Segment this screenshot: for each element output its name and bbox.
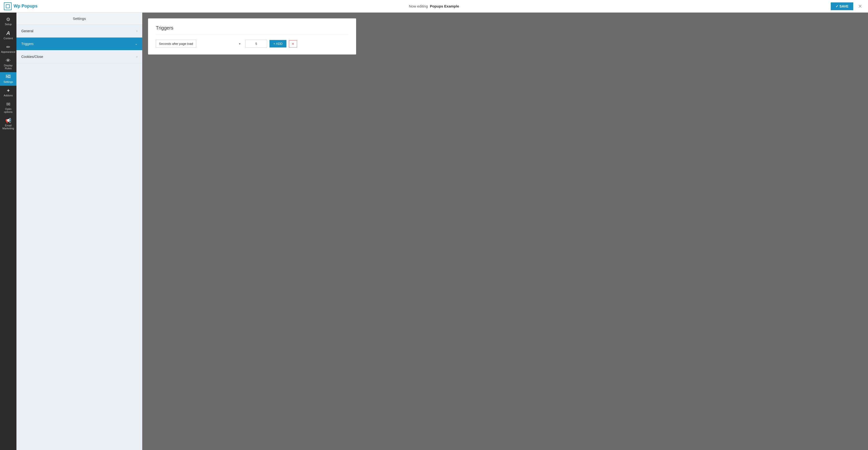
editing-prefix: Now editing xyxy=(409,4,428,8)
svg-rect-3 xyxy=(7,75,8,76)
sidebar-label-content: Content xyxy=(4,37,13,40)
appearance-icon: ✏ xyxy=(6,45,10,49)
sidebar-item-setup[interactable]: ⚙ Setup xyxy=(0,15,17,28)
close-button[interactable]: ✕ xyxy=(856,2,864,10)
logo: Wp Popups xyxy=(4,2,37,10)
trigger-type-select[interactable]: Seconds after page load On page load On … xyxy=(156,40,196,48)
sub-nav-item-triggers[interactable]: Triggers ⌄ xyxy=(17,37,142,50)
top-bar: Wp Popups Now editing Popups Example ✓ S… xyxy=(0,0,868,12)
optin-icon: ✉ xyxy=(6,102,10,107)
logo-icon-inner xyxy=(6,4,10,8)
logo-text: Wp Popups xyxy=(13,4,37,9)
logo-icon xyxy=(4,2,11,10)
sidebar-item-display-rules[interactable]: 👁 Display Rules xyxy=(0,56,17,72)
trigger-select-wrap: Seconds after page load On page load On … xyxy=(156,40,243,48)
sub-nav-label-general: General xyxy=(21,29,33,33)
sidebar-item-appearance[interactable]: ✏ Appearance xyxy=(0,42,17,56)
sub-nav-label-triggers: Triggers xyxy=(21,42,34,46)
svg-rect-1 xyxy=(6,76,11,77)
sidebar-label-display-rules: Display Rules xyxy=(1,64,15,70)
remove-trigger-button[interactable]: ✕ xyxy=(289,40,297,48)
top-bar-actions: ✓ SAVE ✕ xyxy=(831,2,864,10)
sidebar-label-optin: Optin options xyxy=(1,108,15,113)
gear-icon: ⚙ xyxy=(6,17,10,22)
sub-nav-header: Settings xyxy=(17,12,142,25)
logo-wp: Wp xyxy=(13,4,20,8)
sidebar-label-email-marketing: Email Marketing xyxy=(1,124,15,130)
sub-nav-item-cookies-close[interactable]: Cookies/Close › xyxy=(17,50,142,63)
popup-name: Popups Example xyxy=(430,4,459,8)
sidebar: ⚙ Setup A Content ✏ Appearance 👁 Display… xyxy=(0,12,17,450)
sidebar-label-setup: Setup xyxy=(5,23,12,26)
svg-rect-5 xyxy=(6,78,7,79)
sub-nav-item-general[interactable]: General › xyxy=(17,25,142,37)
triggers-card: Triggers Seconds after page load On page… xyxy=(148,19,356,55)
sub-nav: Settings General › Triggers ⌄ Cookies/Cl… xyxy=(17,12,142,450)
main-content: Triggers Seconds after page load On page… xyxy=(142,12,868,450)
svg-rect-0 xyxy=(6,75,11,76)
sidebar-label-appearance: Appearance xyxy=(1,50,15,53)
sub-nav-label-cookies-close: Cookies/Close xyxy=(21,55,43,59)
email-marketing-icon: 📢 xyxy=(5,118,11,123)
logo-popups: Popups xyxy=(22,4,37,8)
chevron-right-icon-2: › xyxy=(136,55,137,58)
trigger-row: Seconds after page load On page load On … xyxy=(156,40,348,48)
sidebar-item-settings[interactable]: Settings xyxy=(0,72,17,86)
editing-label: Now editing Popups Example xyxy=(409,4,459,8)
chevron-right-icon: › xyxy=(136,29,137,33)
sidebar-label-addons: Addons xyxy=(4,94,12,97)
main-layout: ⚙ Setup A Content ✏ Appearance 👁 Display… xyxy=(0,12,868,450)
display-rules-icon: 👁 xyxy=(6,58,11,63)
chevron-down-icon: ⌄ xyxy=(135,42,137,46)
content-icon: A xyxy=(6,30,10,36)
settings-icon xyxy=(6,75,11,79)
addons-icon: ✦ xyxy=(6,88,10,93)
sidebar-item-addons[interactable]: ✦ Addons xyxy=(0,86,17,99)
sidebar-item-email-marketing[interactable]: 📢 Email Marketing xyxy=(0,116,17,132)
trigger-value-input[interactable] xyxy=(245,40,267,48)
sidebar-item-optin-options[interactable]: ✉ Optin options xyxy=(0,99,17,116)
triggers-title: Triggers xyxy=(156,25,348,35)
sidebar-item-content[interactable]: A Content xyxy=(0,28,17,42)
sidebar-label-settings: Settings xyxy=(3,80,13,83)
svg-rect-4 xyxy=(9,76,10,77)
save-button[interactable]: ✓ SAVE xyxy=(831,2,853,10)
add-trigger-button[interactable]: + ADD xyxy=(270,40,286,48)
